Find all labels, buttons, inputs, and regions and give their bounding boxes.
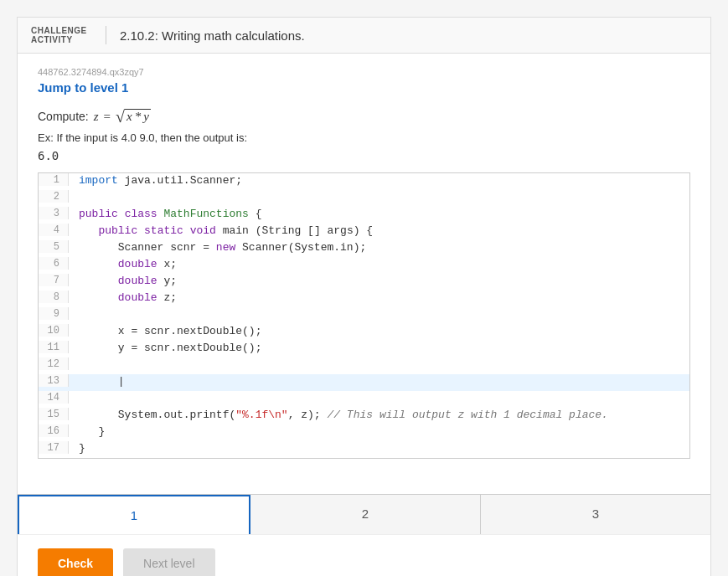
next-level-button[interactable]: Next level [123,548,214,576]
buttons-area: Check Next level [18,534,710,576]
challenge-text: CHALLENGE [31,26,92,35]
line-num-17: 17 [39,441,69,454]
line-code-2 [69,190,689,191]
code-line-7: 7 double y; [39,274,689,291]
session-id: 448762.3274894.qx3zqy7 [38,67,690,77]
tab-2[interactable]: 2 [250,495,481,534]
radical-sign: √ [116,108,125,125]
code-line-4: 4 public static void main (String [] arg… [39,224,689,240]
code-line-10: 10 x = scnr.nextDouble(); [39,324,689,341]
content-area: 448762.3274894.qx3zqy7 Jump to level 1 C… [18,54,710,494]
code-editor[interactable]: 1 import java.util.Scanner; 2 3 public c… [38,172,690,459]
tabs-area: 1 2 3 [18,494,710,534]
line-num-6: 6 [39,257,69,270]
code-line-13[interactable]: 13 | [39,374,689,391]
line-code-7: double y; [69,274,689,287]
line-num-11: 11 [39,341,69,353]
line-code-1: import java.util.Scanner; [69,173,689,187]
main-container: CHALLENGE ACTIVITY 2.10.2: Writing math … [17,17,711,576]
line-code-3: public class MathFunctions { [69,207,689,220]
code-line-9: 9 [39,307,689,324]
line-num-5: 5 [39,240,69,253]
line-num-2: 2 [39,190,69,203]
code-line-14: 14 [39,391,689,408]
line-num-1: 1 [39,173,69,186]
check-button[interactable]: Check [38,548,113,576]
line-num-3: 3 [39,207,69,219]
code-line-15: 15 System.out.printf("%.1f\n", z); // Th… [39,408,689,424]
line-code-8: double z; [69,291,689,304]
code-line-5: 5 Scanner scnr = new Scanner(System.in); [39,240,689,257]
code-line-17: 17 } [39,441,689,458]
line-code-11: y = scnr.nextDouble(); [69,341,689,354]
prompt-text: Compute: z = √x * y [38,108,690,125]
activity-text: ACTIVITY [31,35,92,44]
equals-sign: = [104,110,111,124]
code-line-2: 2 [39,190,689,207]
header-title: 2.10.2: Writing math calculations. [120,26,305,44]
formula: √x * y [116,108,151,125]
line-num-8: 8 [39,291,69,303]
code-line-12: 12 [39,357,689,374]
line-num-13: 13 [39,374,69,387]
tab-3[interactable]: 3 [481,495,710,534]
line-num-4: 4 [39,224,69,236]
code-line-6: 6 double x; [39,257,689,274]
code-line-3: 3 public class MathFunctions { [39,207,689,224]
example-text: Ex: If the input is 4.0 9.0, then the ou… [38,131,690,144]
jump-to-level-link[interactable]: Jump to level 1 [38,80,128,95]
line-code-5: Scanner scnr = new Scanner(System.in); [69,240,689,254]
line-code-13: | [69,374,689,388]
tab-1[interactable]: 1 [18,495,250,534]
code-line-11: 11 y = scnr.nextDouble(); [39,341,689,357]
line-num-16: 16 [39,424,69,437]
line-code-15: System.out.printf("%.1f\n", z); // This … [69,408,689,421]
compute-label: Compute: [38,110,89,123]
line-code-9 [69,307,689,308]
header: CHALLENGE ACTIVITY 2.10.2: Writing math … [18,18,710,54]
line-code-14 [69,391,689,392]
line-num-12: 12 [39,357,69,370]
line-num-9: 9 [39,307,69,320]
line-code-4: public static void main (String [] args)… [69,224,689,237]
line-code-17: } [69,441,689,455]
challenge-label: CHALLENGE ACTIVITY [31,26,106,44]
sqrt-content: x * y [125,109,151,124]
line-num-10: 10 [39,324,69,337]
line-num-14: 14 [39,391,69,404]
code-line-1: 1 import java.util.Scanner; [39,173,689,190]
line-code-6: double x; [69,257,689,270]
line-code-12 [69,357,689,358]
code-line-8: 8 double z; [39,291,689,307]
line-code-10: x = scnr.nextDouble(); [69,324,689,337]
variable: z [94,110,99,124]
line-code-16: } [69,424,689,438]
line-num-7: 7 [39,274,69,286]
code-line-16: 16 } [39,424,689,441]
output-value: 6.0 [38,149,690,162]
line-num-15: 15 [39,408,69,420]
